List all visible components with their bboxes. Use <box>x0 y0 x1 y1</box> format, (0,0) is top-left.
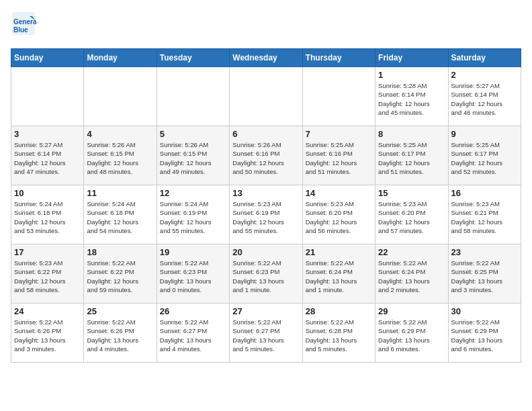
day-number: 9 <box>451 129 518 139</box>
day-info: Sunrise: 5:27 AM Sunset: 6:14 PM Dayligh… <box>451 81 518 117</box>
day-number: 26 <box>160 306 226 316</box>
calendar-cell: 18Sunrise: 5:22 AM Sunset: 6:22 PM Dayli… <box>84 244 157 304</box>
col-header-tuesday: Tuesday <box>157 49 229 67</box>
calendar-cell <box>84 67 157 126</box>
col-header-monday: Monday <box>84 49 157 67</box>
calendar-cell: 13Sunrise: 5:23 AM Sunset: 6:19 PM Dayli… <box>230 185 302 244</box>
day-info: Sunrise: 5:24 AM Sunset: 6:19 PM Dayligh… <box>160 199 226 235</box>
calendar-cell <box>11 67 84 126</box>
day-number: 12 <box>160 188 226 198</box>
calendar-cell: 12Sunrise: 5:24 AM Sunset: 6:19 PM Dayli… <box>157 185 229 244</box>
day-number: 1 <box>378 70 445 80</box>
day-number: 15 <box>378 188 445 198</box>
day-info: Sunrise: 5:23 AM Sunset: 6:19 PM Dayligh… <box>232 199 299 235</box>
day-number: 25 <box>87 306 153 316</box>
day-info: Sunrise: 5:22 AM Sunset: 6:26 PM Dayligh… <box>87 318 153 353</box>
calendar-cell: 16Sunrise: 5:23 AM Sunset: 6:21 PM Dayli… <box>448 185 521 244</box>
day-info: Sunrise: 5:22 AM Sunset: 6:27 PM Dayligh… <box>232 318 299 353</box>
day-info: Sunrise: 5:22 AM Sunset: 6:29 PM Dayligh… <box>451 318 518 353</box>
calendar-cell: 19Sunrise: 5:22 AM Sunset: 6:23 PM Dayli… <box>157 244 229 304</box>
day-number: 20 <box>232 247 299 257</box>
calendar-cell: 14Sunrise: 5:23 AM Sunset: 6:20 PM Dayli… <box>302 185 375 244</box>
svg-text:Blue: Blue <box>13 26 28 34</box>
day-number: 29 <box>378 306 445 316</box>
calendar-cell: 23Sunrise: 5:22 AM Sunset: 6:25 PM Dayli… <box>448 244 521 304</box>
day-info: Sunrise: 5:25 AM Sunset: 6:16 PM Dayligh… <box>306 140 372 176</box>
day-number: 13 <box>232 188 299 198</box>
col-header-wednesday: Wednesday <box>230 49 302 67</box>
calendar-cell: 25Sunrise: 5:22 AM Sunset: 6:26 PM Dayli… <box>84 304 157 363</box>
calendar-cell <box>157 67 229 126</box>
day-number: 8 <box>378 129 445 139</box>
calendar-cell: 15Sunrise: 5:23 AM Sunset: 6:20 PM Dayli… <box>375 185 448 244</box>
calendar-cell: 6Sunrise: 5:26 AM Sunset: 6:16 PM Daylig… <box>230 126 302 185</box>
calendar-cell: 1Sunrise: 5:28 AM Sunset: 6:14 PM Daylig… <box>375 67 448 126</box>
day-number: 7 <box>306 129 372 139</box>
day-number: 27 <box>232 306 299 316</box>
day-number: 4 <box>87 129 153 139</box>
calendar-cell: 7Sunrise: 5:25 AM Sunset: 6:16 PM Daylig… <box>302 126 375 185</box>
col-header-friday: Friday <box>375 49 448 67</box>
calendar-cell: 22Sunrise: 5:22 AM Sunset: 6:24 PM Dayli… <box>375 244 448 304</box>
day-number: 14 <box>306 188 372 198</box>
day-number: 23 <box>451 247 518 257</box>
col-header-thursday: Thursday <box>302 49 375 67</box>
day-info: Sunrise: 5:22 AM Sunset: 6:23 PM Dayligh… <box>160 259 226 294</box>
logo-icon: General Blue <box>11 11 36 36</box>
calendar-cell <box>302 67 375 126</box>
day-info: Sunrise: 5:27 AM Sunset: 6:14 PM Dayligh… <box>14 140 81 176</box>
day-number: 5 <box>160 129 226 139</box>
calendar-cell: 24Sunrise: 5:22 AM Sunset: 6:26 PM Dayli… <box>11 304 84 363</box>
day-info: Sunrise: 5:22 AM Sunset: 6:29 PM Dayligh… <box>378 318 445 353</box>
calendar-cell: 30Sunrise: 5:22 AM Sunset: 6:29 PM Dayli… <box>448 304 521 363</box>
calendar-cell: 27Sunrise: 5:22 AM Sunset: 6:27 PM Dayli… <box>230 304 302 363</box>
col-header-saturday: Saturday <box>448 49 521 67</box>
calendar-cell: 4Sunrise: 5:26 AM Sunset: 6:15 PM Daylig… <box>84 126 157 185</box>
day-info: Sunrise: 5:22 AM Sunset: 6:22 PM Dayligh… <box>87 259 153 294</box>
day-info: Sunrise: 5:23 AM Sunset: 6:22 PM Dayligh… <box>14 259 81 294</box>
day-number: 11 <box>87 188 153 198</box>
day-info: Sunrise: 5:22 AM Sunset: 6:24 PM Dayligh… <box>378 259 445 294</box>
day-number: 24 <box>14 306 81 316</box>
calendar-cell: 21Sunrise: 5:22 AM Sunset: 6:24 PM Dayli… <box>302 244 375 304</box>
day-info: Sunrise: 5:23 AM Sunset: 6:21 PM Dayligh… <box>451 199 518 235</box>
calendar-cell: 28Sunrise: 5:22 AM Sunset: 6:28 PM Dayli… <box>302 304 375 363</box>
day-info: Sunrise: 5:22 AM Sunset: 6:28 PM Dayligh… <box>306 318 372 353</box>
day-info: Sunrise: 5:22 AM Sunset: 6:24 PM Dayligh… <box>306 259 372 294</box>
day-info: Sunrise: 5:23 AM Sunset: 6:20 PM Dayligh… <box>378 199 445 235</box>
day-info: Sunrise: 5:22 AM Sunset: 6:25 PM Dayligh… <box>451 259 518 294</box>
logo: General Blue <box>11 11 39 39</box>
day-number: 19 <box>160 247 226 257</box>
calendar-table: SundayMondayTuesdayWednesdayThursdayFrid… <box>11 48 521 363</box>
day-number: 3 <box>14 129 81 139</box>
day-number: 2 <box>451 70 518 80</box>
day-number: 30 <box>451 306 518 316</box>
col-header-sunday: Sunday <box>11 49 84 67</box>
calendar-cell: 8Sunrise: 5:25 AM Sunset: 6:17 PM Daylig… <box>375 126 448 185</box>
day-info: Sunrise: 5:24 AM Sunset: 6:18 PM Dayligh… <box>14 199 81 235</box>
calendar-cell: 20Sunrise: 5:22 AM Sunset: 6:23 PM Dayli… <box>230 244 302 304</box>
day-number: 21 <box>306 247 372 257</box>
calendar-cell: 3Sunrise: 5:27 AM Sunset: 6:14 PM Daylig… <box>11 126 84 185</box>
day-info: Sunrise: 5:25 AM Sunset: 6:17 PM Dayligh… <box>451 140 518 176</box>
calendar-cell: 5Sunrise: 5:26 AM Sunset: 6:15 PM Daylig… <box>157 126 229 185</box>
day-info: Sunrise: 5:26 AM Sunset: 6:15 PM Dayligh… <box>87 140 153 176</box>
calendar-cell: 10Sunrise: 5:24 AM Sunset: 6:18 PM Dayli… <box>11 185 84 244</box>
day-info: Sunrise: 5:22 AM Sunset: 6:27 PM Dayligh… <box>160 318 226 353</box>
day-number: 16 <box>451 188 518 198</box>
calendar-cell: 2Sunrise: 5:27 AM Sunset: 6:14 PM Daylig… <box>448 67 521 126</box>
day-number: 6 <box>232 129 299 139</box>
svg-text:General: General <box>13 18 36 26</box>
day-info: Sunrise: 5:22 AM Sunset: 6:23 PM Dayligh… <box>232 259 299 294</box>
calendar-cell: 9Sunrise: 5:25 AM Sunset: 6:17 PM Daylig… <box>448 126 521 185</box>
day-info: Sunrise: 5:24 AM Sunset: 6:18 PM Dayligh… <box>87 199 153 235</box>
day-info: Sunrise: 5:28 AM Sunset: 6:14 PM Dayligh… <box>378 81 445 117</box>
calendar-cell <box>230 67 302 126</box>
day-info: Sunrise: 5:23 AM Sunset: 6:20 PM Dayligh… <box>306 199 372 235</box>
day-info: Sunrise: 5:22 AM Sunset: 6:26 PM Dayligh… <box>14 318 81 353</box>
day-number: 28 <box>306 306 372 316</box>
calendar-cell: 29Sunrise: 5:22 AM Sunset: 6:29 PM Dayli… <box>375 304 448 363</box>
calendar-cell: 26Sunrise: 5:22 AM Sunset: 6:27 PM Dayli… <box>157 304 229 363</box>
day-number: 10 <box>14 188 81 198</box>
day-number: 17 <box>14 247 81 257</box>
